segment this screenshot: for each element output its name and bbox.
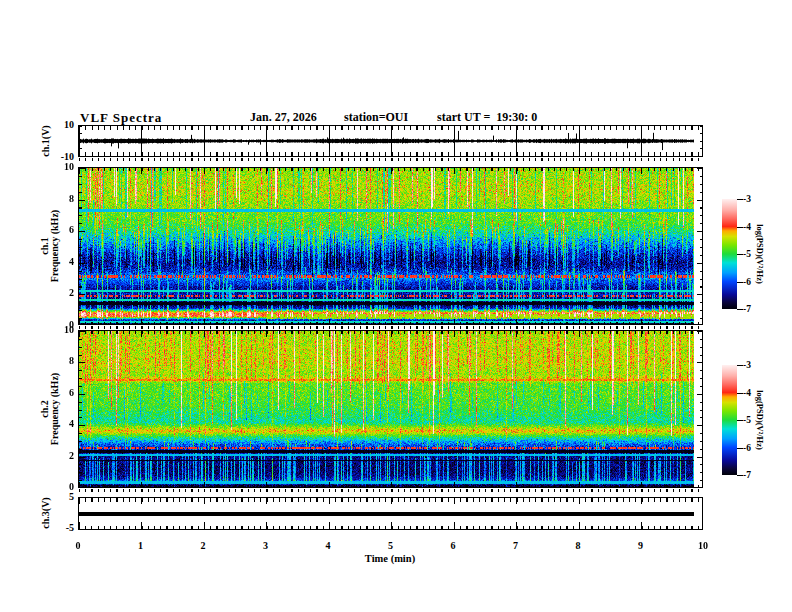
ch2-freq-tick-label: 8 [42, 355, 74, 366]
colorbar-tick-label: -7 [743, 470, 751, 480]
colorbar-tick-label: -3 [743, 360, 751, 370]
x-tick-row [79, 331, 702, 334]
x-tick-label: 5 [388, 540, 393, 551]
ch1-freq-tick-label: 4 [42, 256, 74, 267]
x-tick-label: 3 [263, 540, 268, 551]
x-tick-label: 7 [513, 540, 518, 551]
ch1-spec-ylabel-freq: Frequency (kHz) [50, 210, 60, 282]
x-tick-row [79, 498, 702, 502]
x-tick-row [79, 526, 702, 530]
colorbar-tick-label: -7 [743, 304, 751, 314]
vlf-spectra-screenshot: { "header": { "title": "VLF Spectra", "d… [0, 0, 792, 612]
ch1-colorbar-units: log(PSD)(V²/Hz) [755, 224, 765, 284]
colorbar-tick-label: -6 [743, 277, 751, 287]
x-tick-row [79, 126, 702, 130]
x-tick-row [79, 158, 702, 161]
ch1-freq-tick-label: 6 [42, 224, 74, 235]
x-tick-label: 10 [698, 540, 708, 551]
x-tick-label: 0 [76, 540, 81, 551]
ch2-colorbar [722, 365, 737, 475]
ch2-freq-tick-label: 6 [42, 387, 74, 398]
ch1-freq-tick-label: 8 [42, 193, 74, 204]
ch2-spectrogram-panel [78, 330, 703, 488]
x-tick-label: 8 [576, 540, 581, 551]
x-tick-row [79, 326, 702, 329]
ch2-spec-ylabel: ch.2 Frequency (kHz) [40, 373, 60, 445]
x-tick-row [79, 152, 702, 156]
colorbar-tick-label: -4 [743, 388, 751, 398]
x-tick-row [79, 485, 702, 488]
ch1-spectrogram-canvas [79, 168, 694, 324]
ch1-wave-ylabel: ch.1(V) [41, 125, 51, 156]
x-tick-label: 9 [638, 540, 643, 551]
ch3-ylabel: ch.3(V) [41, 497, 51, 528]
x-tick-label: 6 [451, 540, 456, 551]
x-tick-row [79, 322, 702, 325]
colorbar-tick-label: -6 [743, 443, 751, 453]
y-tick-row [700, 168, 703, 325]
y-tick-row [79, 168, 82, 325]
ch3-trace [79, 512, 694, 516]
ch1-spectrogram-panel [78, 167, 703, 325]
ch1-freq-tick-label: 2 [42, 287, 74, 298]
station-label: station=OUI [344, 110, 408, 125]
x-tick-label: 4 [326, 540, 331, 551]
ch1-spec-ylabel: ch.1 Frequency (kHz) [40, 210, 60, 282]
time-axis-label: Time (min) [365, 553, 415, 564]
x-tick-row [79, 489, 702, 492]
y-tick-row [79, 126, 82, 156]
y-tick-row [700, 331, 703, 488]
date-label: Jan. 27, 2026 [250, 110, 317, 125]
ch2-spec-ylabel-freq: Frequency (kHz) [50, 373, 60, 445]
ch2-colorbar-units: log(PSD)(V²/Hz) [755, 390, 765, 450]
colorbar-tick-label: -3 [743, 194, 751, 204]
ch1-freq-tick-label: 10 [42, 161, 74, 172]
ch2-freq-tick-label: 4 [42, 418, 74, 429]
ch2-freq-tick-label: 10 [42, 324, 74, 335]
x-tick-label: 2 [201, 540, 206, 551]
x-tick-label: 1 [138, 540, 143, 551]
y-tick-row [700, 126, 703, 156]
vlf-spectra-figure: VLF Spectra Jan. 27, 2026 station=OUI st… [0, 0, 792, 612]
colorbar-tick-label: -4 [743, 222, 751, 232]
colorbar-tick-label: -5 [743, 249, 751, 259]
ch2-spectrogram-canvas [79, 331, 694, 487]
ch2-freq-tick-label: 2 [42, 450, 74, 461]
y-tick-row [79, 331, 82, 488]
ch2-freq-tick-label: 0 [42, 481, 74, 492]
page-title: VLF Spectra [80, 110, 162, 126]
x-tick-row [79, 168, 702, 171]
ch1-colorbar [722, 199, 737, 309]
start-ut-label: start UT = 19:30: 0 [437, 110, 537, 125]
colorbar-tick-label: -5 [743, 415, 751, 425]
